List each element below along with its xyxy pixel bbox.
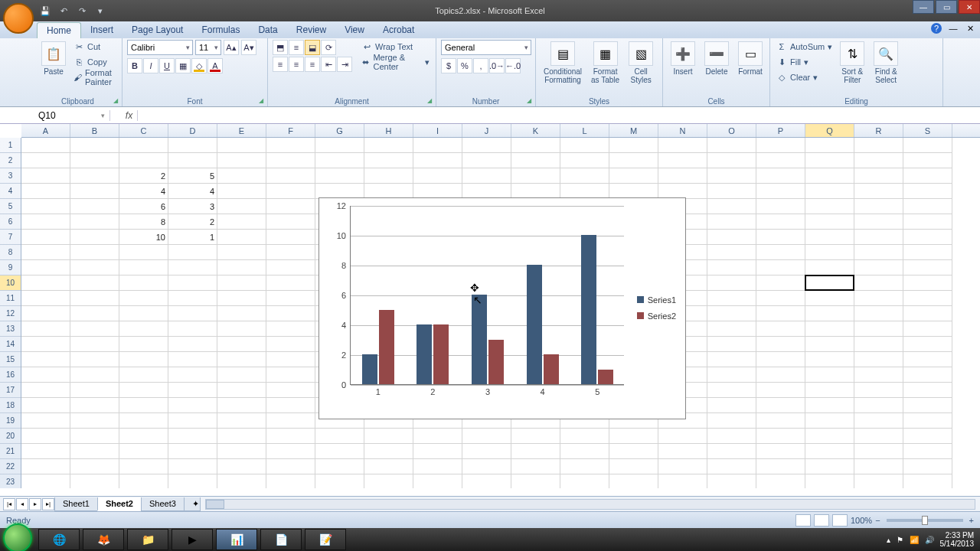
cell-E8[interactable] — [217, 245, 266, 260]
col-header-M[interactable]: M — [609, 124, 658, 137]
cell-P3[interactable] — [756, 168, 805, 184]
cell-G1[interactable] — [315, 138, 364, 153]
cell-Q19[interactable] — [805, 413, 854, 429]
cell-C5[interactable]: 6 — [119, 199, 168, 214]
col-header-P[interactable]: P — [756, 124, 805, 137]
align-right-button[interactable]: ≡ — [305, 57, 320, 72]
cell-B21[interactable] — [70, 444, 119, 459]
cell-E4[interactable] — [217, 184, 266, 199]
cell-O16[interactable] — [707, 367, 756, 383]
cell-M22[interactable] — [609, 459, 658, 474]
cell-Q20[interactable] — [805, 429, 854, 444]
cell-B16[interactable] — [70, 367, 119, 383]
col-header-D[interactable]: D — [168, 124, 217, 137]
cell-R17[interactable] — [854, 383, 903, 398]
cell-C22[interactable] — [119, 459, 168, 474]
cell-B23[interactable] — [70, 474, 119, 488]
cell-S8[interactable] — [903, 245, 952, 260]
cell-F18[interactable] — [266, 398, 315, 413]
cell-B13[interactable] — [70, 321, 119, 337]
cell-A4[interactable] — [21, 184, 70, 199]
cell-Q17[interactable] — [805, 383, 854, 398]
tray-expand-icon[interactable]: ▴ — [887, 536, 890, 544]
cell-P23[interactable] — [756, 474, 805, 488]
cell-R14[interactable] — [854, 337, 903, 352]
cell-P5[interactable] — [756, 199, 805, 214]
cell-L22[interactable] — [560, 459, 609, 474]
cell-E11[interactable] — [217, 291, 266, 306]
maximize-button[interactable]: ▭ — [936, 0, 957, 14]
cell-P4[interactable] — [756, 184, 805, 199]
cell-F15[interactable] — [266, 352, 315, 367]
chart-bar-Series1-4[interactable] — [527, 265, 542, 384]
col-header-E[interactable]: E — [217, 124, 266, 137]
zoom-in-button[interactable]: + — [969, 516, 974, 525]
sheet-nav-prev[interactable]: ◂ — [16, 498, 28, 510]
taskbar-firefox[interactable]: 🦊 — [83, 529, 124, 550]
row-header-13[interactable]: 13 — [0, 321, 21, 337]
cell-R9[interactable] — [854, 260, 903, 276]
cell-A16[interactable] — [21, 367, 70, 383]
comma-button[interactable]: , — [473, 58, 488, 73]
col-header-H[interactable]: H — [364, 124, 413, 137]
cell-E15[interactable] — [217, 352, 266, 367]
cell-R4[interactable] — [854, 184, 903, 199]
cell-O13[interactable] — [707, 321, 756, 337]
row-header-23[interactable]: 23 — [0, 474, 21, 488]
number-format-select[interactable]: General — [441, 40, 531, 55]
shrink-font-button[interactable]: A▾ — [241, 40, 256, 55]
cell-F6[interactable] — [266, 214, 315, 230]
cell-A7[interactable] — [21, 230, 70, 245]
row-header-8[interactable]: 8 — [0, 245, 21, 260]
cell-E23[interactable] — [217, 474, 266, 488]
cell-B1[interactable] — [70, 138, 119, 153]
cell-styles-button[interactable]: ▧Cell Styles — [626, 40, 656, 86]
cell-R5[interactable] — [854, 199, 903, 214]
cell-O11[interactable] — [707, 291, 756, 306]
fill-color-button[interactable]: ◇ — [191, 58, 207, 73]
cell-J3[interactable] — [462, 168, 511, 184]
col-header-S[interactable]: S — [903, 124, 952, 137]
percent-button[interactable]: % — [457, 58, 472, 73]
chart-bar-Series2-3[interactable] — [488, 340, 504, 385]
ribbon-tab-formulas[interactable]: Formulas — [192, 22, 249, 38]
cell-J22[interactable] — [462, 459, 511, 474]
cell-R7[interactable] — [854, 230, 903, 245]
chart-bar-Series1-3[interactable] — [472, 295, 487, 384]
cell-B11[interactable] — [70, 291, 119, 306]
cell-H4[interactable] — [364, 184, 413, 199]
cell-R22[interactable] — [854, 459, 903, 474]
cell-D14[interactable] — [168, 337, 217, 352]
cell-S18[interactable] — [903, 398, 952, 413]
cell-P9[interactable] — [756, 260, 805, 276]
cell-G22[interactable] — [315, 459, 364, 474]
cell-A8[interactable] — [21, 245, 70, 260]
cell-I22[interactable] — [413, 459, 462, 474]
cell-Q4[interactable] — [805, 184, 854, 199]
cell-E17[interactable] — [217, 383, 266, 398]
clipboard-dialog-launcher[interactable]: ◢ — [111, 96, 120, 105]
cell-I20[interactable] — [413, 429, 462, 444]
cell-K23[interactable] — [511, 474, 560, 488]
cell-B6[interactable] — [70, 214, 119, 230]
system-clock[interactable]: 2:33 PM5/14/2013 — [940, 531, 975, 548]
cell-G21[interactable] — [315, 444, 364, 459]
start-button[interactable] — [3, 523, 32, 551]
col-header-G[interactable]: G — [315, 124, 364, 137]
cell-P22[interactable] — [756, 459, 805, 474]
align-bottom-button[interactable]: ⬓ — [305, 40, 320, 55]
cell-F16[interactable] — [266, 367, 315, 383]
cell-F9[interactable] — [266, 260, 315, 276]
help-icon[interactable]: ? — [931, 23, 942, 34]
row-header-14[interactable]: 14 — [0, 337, 21, 352]
cell-E16[interactable] — [217, 367, 266, 383]
cell-L20[interactable] — [560, 429, 609, 444]
cell-E7[interactable] — [217, 230, 266, 245]
cell-I23[interactable] — [413, 474, 462, 488]
cell-P14[interactable] — [756, 337, 805, 352]
sheet-tab-sheet1[interactable]: Sheet1 — [54, 497, 98, 511]
cell-Q3[interactable] — [805, 168, 854, 184]
cell-A9[interactable] — [21, 260, 70, 276]
cell-P10[interactable] — [756, 276, 805, 291]
cell-R18[interactable] — [854, 398, 903, 413]
